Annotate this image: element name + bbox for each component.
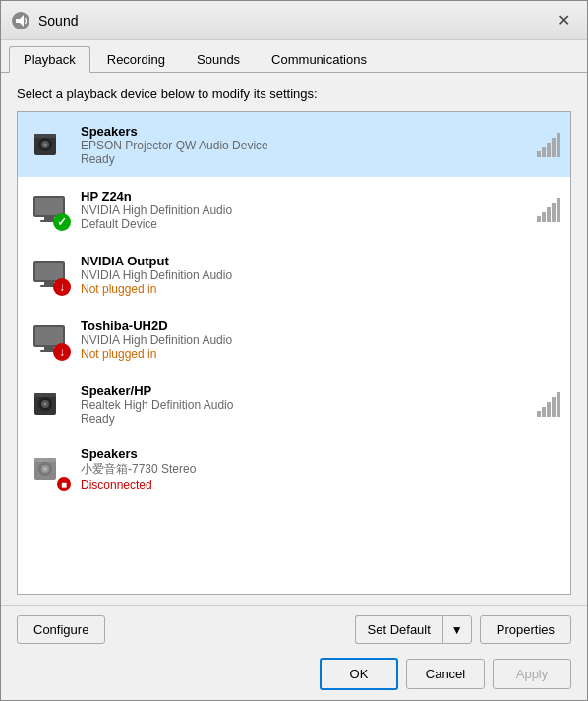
vol-bar [552,397,556,417]
device-driver: EPSON Projector QW Audio Device [81,139,531,152]
device-info: Speaker/HP Realtek High Definition Audio… [81,383,531,426]
device-driver: Realtek High Definition Audio [81,398,531,412]
device-info: HP Z24n NVIDIA High Definition Audio Def… [81,189,531,231]
vol-bar [552,203,556,222]
device-driver: NVIDIA High Definition Audio [81,333,560,347]
device-driver: NVIDIA High Definition Audio [81,204,531,217]
vol-bar [557,198,560,222]
sound-title-icon [11,11,30,30]
svg-point-5 [44,144,47,146]
device-status: Not plugged in [81,347,560,361]
set-default-dropdown[interactable]: ▼ [442,615,472,644]
tab-communications[interactable]: Communications [257,46,382,72]
device-list[interactable]: Speakers EPSON Projector QW Audio Device… [18,112,570,594]
vol-bar [547,402,551,417]
status-badge-red-small: ■ [57,477,71,491]
svg-rect-28 [34,458,56,462]
set-default-group: Set Default ▼ [355,615,472,644]
device-info: Toshiba-UH2D NVIDIA High Definition Audi… [81,319,560,361]
vol-bar [552,138,556,157]
vol-bar [557,133,560,157]
device-item[interactable]: Speakers EPSON Projector QW Audio Device… [18,112,570,177]
device-name: Toshiba-UH2D [81,319,560,333]
set-default-button[interactable]: Set Default [355,615,442,644]
tabs-bar: Playback Recording Sounds Communications [1,40,587,73]
speaker-icon [30,385,68,423]
device-icon-wrapper [28,123,71,166]
device-item[interactable]: ↓ Toshiba-UH2D NVIDIA High Definition Au… [18,307,570,372]
action-row: OK Cancel Apply [1,652,587,700]
device-item[interactable]: ■ Speakers 小爱音箱-7730 Stereo Disconnected [18,437,570,501]
device-icon-wrapper: ■ [28,447,71,491]
device-status: Ready [81,152,531,166]
device-info: NVIDIA Output NVIDIA High Definition Aud… [81,254,560,296]
instruction-text: Select a playback device below to modify… [17,87,571,101]
vol-bar [537,151,541,157]
cancel-button[interactable]: Cancel [406,659,485,689]
device-status: Disconnected [81,478,560,492]
window-title: Sound [38,13,78,29]
title-bar-left: Sound [11,11,78,30]
device-name: HP Z24n [81,189,531,204]
device-name: Speakers [81,446,560,461]
configure-button[interactable]: Configure [17,615,105,644]
vol-bar [557,392,560,417]
bottom-buttons: Configure Set Default ▼ Properties [1,605,587,652]
vol-bar [542,212,546,222]
vol-bar [537,411,541,417]
device-info: Speakers EPSON Projector QW Audio Device… [81,124,531,166]
tab-sounds[interactable]: Sounds [182,46,255,72]
volume-bars [537,198,560,222]
device-name: NVIDIA Output [81,254,560,268]
volume-bars [537,392,560,417]
volume-bars [537,133,560,157]
vol-bar [547,207,551,222]
content-area: Select a playback device below to modify… [1,73,587,605]
ok-button[interactable]: OK [320,658,398,690]
status-badge-red: ↓ [53,343,71,361]
device-driver: 小爱音箱-7730 Stereo [81,461,560,478]
device-icon-wrapper: ↓ [28,318,71,361]
device-name: Speaker/HP [81,383,531,398]
svg-point-22 [44,403,47,406]
device-status: Default Device [81,217,531,231]
device-list-wrapper: Speakers EPSON Projector QW Audio Device… [17,111,571,595]
device-driver: NVIDIA High Definition Audio [81,268,560,282]
device-name: Speakers [81,124,531,139]
tab-recording[interactable]: Recording [92,46,180,72]
sound-dialog: Sound ✕ Playback Recording Sounds Commun… [0,0,588,701]
title-bar: Sound ✕ [1,1,587,40]
device-item[interactable]: ✓ HP Z24n NVIDIA High Definition Audio D… [18,177,570,242]
device-icon-wrapper: ↓ [28,253,71,296]
svg-rect-6 [34,134,56,138]
properties-button[interactable]: Properties [480,615,571,644]
close-button[interactable]: ✕ [550,9,577,32]
device-icon-wrapper: ✓ [28,188,71,231]
status-badge-red: ↓ [53,278,71,296]
right-buttons: Set Default ▼ Properties [355,615,571,644]
device-item[interactable]: ↓ NVIDIA Output NVIDIA High Definition A… [18,242,570,307]
vol-bar [542,147,546,157]
vol-bar [547,143,551,157]
device-status: Ready [81,412,531,426]
tab-playback[interactable]: Playback [9,46,90,73]
vol-bar [537,216,541,222]
speaker-icon [30,126,68,163]
svg-rect-23 [34,393,56,397]
device-icon-wrapper [28,382,71,426]
device-info: Speakers 小爱音箱-7730 Stereo Disconnected [81,446,560,492]
vol-bar [542,407,546,417]
device-status: Not plugged in [81,282,560,296]
apply-button[interactable]: Apply [493,659,571,689]
svg-point-27 [44,468,47,471]
status-badge-green: ✓ [53,213,71,231]
device-item[interactable]: Speaker/HP Realtek High Definition Audio… [18,372,570,437]
